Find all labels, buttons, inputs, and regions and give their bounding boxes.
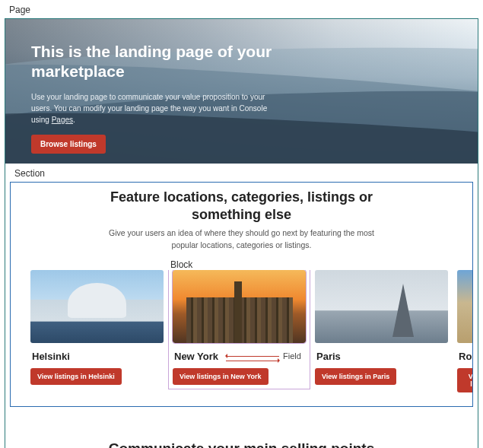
location-card-new-york: New York View listings in New York Field bbox=[173, 270, 306, 385]
location-title: Helsinki bbox=[32, 351, 164, 362]
location-thumb[interactable] bbox=[30, 270, 164, 343]
hero-section: This is the landing page of your marketp… bbox=[5, 19, 478, 164]
view-listings-button[interactable]: View listi bbox=[457, 368, 472, 392]
communicate-heading: Communicate your main selling points bbox=[10, 440, 473, 449]
communicate-section: Communicate your main selling points Use… bbox=[10, 430, 473, 449]
feature-cards-row: Helsinki View listings in Helsinki New Y… bbox=[11, 270, 472, 392]
hero-description: Use your landing page to communicate you… bbox=[31, 91, 282, 126]
location-card-helsinki: Helsinki View listings in Helsinki bbox=[30, 270, 164, 385]
block-annotation-label: Block bbox=[170, 259, 472, 270]
location-thumb[interactable] bbox=[315, 270, 448, 343]
feature-section: Feature locations, categories, listings … bbox=[10, 182, 473, 407]
feature-heading: Feature locations, categories, listings … bbox=[82, 189, 402, 223]
field-annotation-label: Field bbox=[283, 351, 301, 361]
hero-title: This is the landing page of your marketp… bbox=[31, 42, 282, 82]
page-annotation-label: Page bbox=[6, 3, 33, 17]
location-title: Rome bbox=[459, 351, 472, 362]
location-thumb[interactable] bbox=[457, 270, 472, 343]
page-container: This is the landing page of your marketp… bbox=[5, 18, 478, 448]
hero-description-tail: . bbox=[73, 116, 75, 124]
browse-listings-button[interactable]: Browse listings bbox=[31, 135, 106, 154]
view-listings-button[interactable]: View listings in Paris bbox=[315, 368, 396, 385]
location-thumb[interactable] bbox=[173, 270, 306, 343]
location-card-paris: Paris View listings in Paris bbox=[315, 270, 448, 385]
view-listings-button[interactable]: View listings in Helsinki bbox=[30, 368, 122, 385]
location-card-rome: Rome View listi bbox=[457, 270, 472, 392]
feature-subheading: Give your users an idea of where they sh… bbox=[105, 227, 379, 252]
section-annotation-label: Section bbox=[11, 167, 48, 180]
hero-pages-link[interactable]: Pages bbox=[52, 116, 73, 124]
location-title: Paris bbox=[316, 351, 448, 362]
field-arrow bbox=[226, 361, 279, 361]
view-listings-button[interactable]: View listings in New York bbox=[173, 368, 269, 385]
field-arrow bbox=[226, 356, 279, 357]
